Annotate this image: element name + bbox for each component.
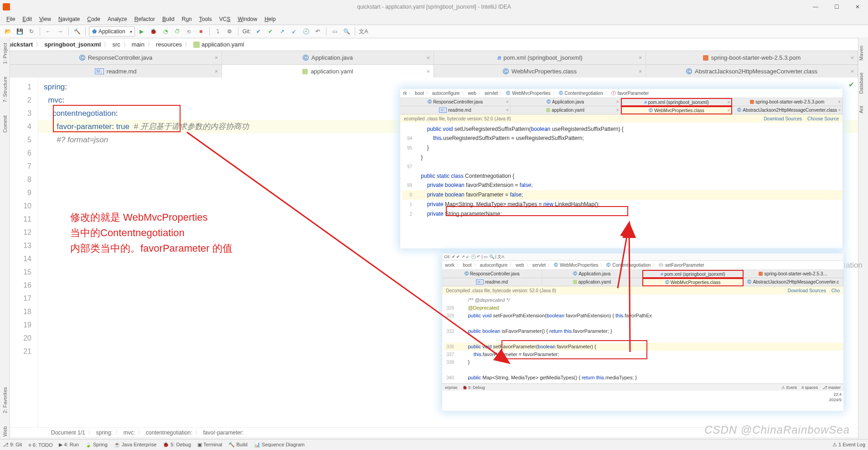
build-hammer-icon[interactable]: 🔨 [72, 26, 82, 36]
titlebar: quickstart - application.yaml [springboo… [0, 0, 868, 14]
annotation-box-yaml [53, 105, 181, 132]
coverage-icon[interactable]: ◔ [160, 26, 170, 36]
crumb-4[interactable]: resources [156, 41, 182, 48]
menu-vcs[interactable]: VCS [216, 15, 234, 23]
tool-commit[interactable]: Commit [2, 112, 8, 136]
menu-run[interactable]: Run [178, 15, 196, 23]
close-icon[interactable]: × [639, 55, 642, 61]
tab-jackson-converter[interactable]: ⒸAbstractJackson2HttpMessageConverter.cl… [646, 65, 858, 78]
tab-application-java[interactable]: ⒸApplication.java× [222, 51, 434, 64]
menubar: File Edit View Navigate Code Analyze Ref… [0, 14, 868, 25]
git-rollback-icon[interactable]: ↶ [313, 26, 323, 36]
minimize-button[interactable]: — [805, 0, 826, 14]
menu-edit[interactable]: Edit [19, 15, 36, 23]
tab-response-controller[interactable]: ⒸResponseController.java× [10, 51, 222, 64]
close-icon[interactable]: × [215, 55, 218, 61]
crumb-1[interactable]: springboot_jsonxml [44, 41, 101, 48]
tool-ant[interactable]: Ant [858, 102, 864, 117]
git-pull-icon[interactable]: ↙ [289, 26, 299, 36]
tab-starter-web-pom[interactable]: spring-boot-starter-web-2.5.3.pom× [646, 51, 858, 64]
menu-navigate[interactable]: Navigate [55, 15, 83, 23]
tool-maven[interactable]: Maven [858, 42, 864, 64]
translate-icon[interactable]: 文A [358, 26, 368, 36]
attach-icon[interactable]: ⎋ [184, 26, 194, 36]
bt-build[interactable]: 🔨 Build [228, 442, 248, 448]
search-everywhere-icon[interactable]: 🔍 [341, 26, 351, 36]
sync-icon[interactable]: ↻ [26, 26, 36, 36]
ov2-bottom-tools: erprise 🐞 5: Debug ⚠ Event 4 spaces ⎇ ma… [442, 383, 843, 391]
tab-pom-xml[interactable]: mpom.xml (springboot_jsonxml)× [434, 51, 646, 64]
run-icon[interactable]: ▶ [137, 26, 147, 36]
tool-structure[interactable]: 7: Structure [2, 73, 8, 106]
git-history-icon[interactable]: 🕘 [301, 26, 311, 36]
profile-icon[interactable]: ⏱ [172, 26, 182, 36]
ov2-decompile-banner: Decompiled .class file, bytecode version… [442, 286, 843, 295]
bt-sequence[interactable]: 📊 Sequence Diagram [254, 442, 305, 448]
bt-git[interactable]: ⎇ 9: Git [3, 442, 22, 448]
gutter: 123 456 789 101112 131415 161718 192021 [10, 78, 38, 437]
tab-readme[interactable]: M↓readme.md× [10, 65, 222, 78]
deploy-icon[interactable]: ⤵ [213, 26, 223, 36]
window-title: quickstart - application.yaml [springboo… [357, 4, 511, 10]
back-icon[interactable]: ← [43, 26, 53, 36]
git-commit-icon[interactable]: ✔ [265, 26, 275, 36]
annotation-text: 修改的就是 WebMvcProperties 当中的Contentnegotia… [70, 210, 232, 256]
debug-icon[interactable]: 🐞 [149, 26, 159, 36]
services-icon[interactable]: ⚙ [225, 26, 235, 36]
stop-icon[interactable]: ■ [196, 26, 206, 36]
tool-database[interactable]: Database [858, 69, 864, 98]
close-icon[interactable]: × [215, 68, 218, 75]
ov1-decompile-banner: ecompiled .class file, bytecode version:… [400, 114, 842, 123]
ov2-breadcrumbs: work〉 boot〉 autoconfigure〉 web〉 servlet〉… [442, 261, 843, 270]
bt-debug[interactable]: 🐞 5: Debug [163, 442, 191, 448]
git-push-icon[interactable]: ↗ [277, 26, 287, 36]
run-config-label: Application [98, 28, 125, 35]
menu-tools[interactable]: Tools [196, 15, 216, 23]
close-icon[interactable]: × [639, 68, 642, 75]
tool-web[interactable]: Web [2, 423, 8, 440]
tab-webmvc-properties[interactable]: ⒸWebMvcProperties.class× [434, 65, 646, 78]
ov1-tabs-row-1: ⒸResponseController.java× ⒸApplication.j… [400, 98, 842, 106]
breadcrumbs: quickstart〉 springboot_jsonxml〉 src〉 mai… [0, 38, 868, 51]
close-icon[interactable]: × [851, 55, 854, 61]
bt-terminal[interactable]: ▣ Terminal [197, 442, 222, 448]
git-update-icon[interactable]: ✔ [253, 26, 264, 36]
annotation-box-setter [501, 340, 647, 359]
bt-javaee[interactable]: ☕ Java Enterprise [114, 442, 157, 448]
open-icon[interactable]: 📂 [3, 26, 13, 36]
ov1-breadcrumbs: rk〉 boot〉 autoconfigure〉 web〉 servlet〉 Ⓒ… [400, 89, 842, 98]
close-icon[interactable]: × [427, 68, 430, 75]
crumb-3[interactable]: main [132, 41, 145, 48]
tool-project[interactable]: 1: Project [2, 39, 8, 67]
forward-icon[interactable]: → [55, 26, 65, 36]
crumb-5[interactable]: application.yaml [202, 41, 244, 48]
crumb-2[interactable]: src [112, 41, 120, 48]
bt-todo[interactable]: ≡ 6: TODO [28, 442, 52, 448]
overlay-webmvc-2: Git: ✔ ✔ ↗ ↙ 🕘 ↶ | ▭ 🔍 | 文A work〉 boot〉 … [442, 253, 843, 411]
menu-view[interactable]: View [36, 15, 55, 23]
menu-code[interactable]: Code [83, 15, 104, 23]
menu-refactor[interactable]: Refactor [131, 15, 159, 23]
app-icon [3, 3, 10, 10]
ov1-code[interactable]: public void setUseRegisteredSuffixPatter… [400, 123, 842, 221]
menu-file[interactable]: File [3, 15, 19, 23]
close-window-button[interactable]: ✕ [847, 0, 868, 14]
analysis-ok-icon: ✔ [848, 80, 854, 89]
bt-eventlog[interactable]: ⚠ 1 Event Log [832, 442, 865, 448]
menu-build[interactable]: Build [159, 15, 178, 23]
menu-window[interactable]: Window [234, 15, 261, 23]
bt-run[interactable]: ▶ 4: Run [59, 442, 78, 448]
tab-application-yaml[interactable]: application.yaml× [222, 65, 434, 78]
close-icon[interactable]: × [427, 55, 430, 61]
menu-help[interactable]: Help [261, 15, 279, 23]
ov2-code[interactable]: /** @deprecated */ 326 @Deprecated 328 p… [442, 295, 843, 383]
toggle-view-icon[interactable]: ▭ [330, 26, 340, 36]
maximize-button[interactable]: ☐ [826, 0, 847, 14]
save-icon[interactable]: 💾 [15, 26, 25, 36]
run-config-dropdown[interactable]: ⬟Application [89, 26, 135, 36]
tool-favorites[interactable]: 2: Favorites [2, 383, 8, 417]
ov2-tabs-row-2: M↓readme.md application.yaml ⒸWebMvcProp… [442, 278, 843, 286]
close-icon[interactable]: × [851, 68, 854, 75]
menu-analyze[interactable]: Analyze [104, 15, 131, 23]
bt-spring[interactable]: 🍃 Spring [85, 442, 108, 448]
